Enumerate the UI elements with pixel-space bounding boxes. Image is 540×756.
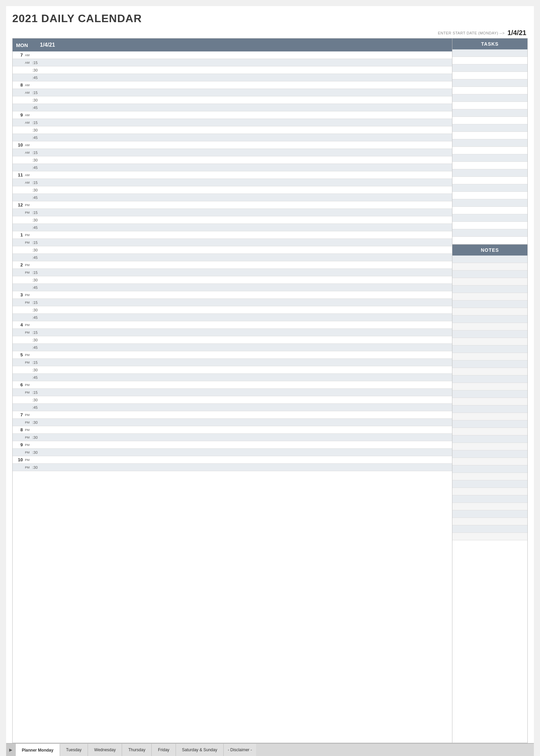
note-row[interactable] [452, 428, 527, 435]
note-row[interactable] [452, 368, 527, 375]
time-row[interactable]: :30 [13, 156, 452, 164]
event-area[interactable] [42, 59, 452, 66]
time-row[interactable]: PM:15 [13, 329, 452, 336]
note-row[interactable] [452, 390, 527, 398]
time-row[interactable]: AM:15 [13, 59, 452, 66]
event-area[interactable] [42, 344, 452, 351]
note-row[interactable] [452, 330, 527, 338]
note-row[interactable] [452, 510, 527, 518]
note-row[interactable] [452, 533, 527, 540]
task-row[interactable] [452, 94, 527, 102]
time-row[interactable]: PM:30 [13, 449, 452, 456]
note-row[interactable] [452, 398, 527, 405]
event-area[interactable] [42, 104, 452, 111]
event-area[interactable] [42, 224, 452, 231]
event-area[interactable] [42, 314, 452, 321]
time-row[interactable]: 10PM [13, 456, 452, 464]
time-row[interactable]: :45 [13, 314, 452, 321]
tab-planner-monday[interactable]: Planner Monday [16, 744, 60, 756]
time-row[interactable]: 11AM [13, 171, 452, 179]
event-area[interactable] [42, 464, 452, 471]
event-area[interactable] [42, 381, 452, 388]
time-row[interactable]: AM:15 [13, 149, 452, 156]
time-row[interactable]: :45 [13, 194, 452, 201]
event-area[interactable] [42, 261, 452, 268]
event-area[interactable] [42, 359, 452, 366]
note-row[interactable] [452, 286, 527, 293]
note-row[interactable] [452, 353, 527, 360]
event-area[interactable] [42, 389, 452, 396]
event-area[interactable] [42, 426, 452, 433]
time-row[interactable]: :30 [13, 276, 452, 284]
task-row[interactable] [452, 124, 527, 132]
task-row[interactable] [452, 229, 527, 237]
event-area[interactable] [42, 194, 452, 201]
time-row[interactable]: 12PM [13, 201, 452, 209]
note-row[interactable] [452, 256, 527, 263]
start-date-value[interactable]: 1/4/21 [507, 29, 526, 37]
event-area[interactable] [42, 51, 452, 59]
event-area[interactable] [42, 366, 452, 373]
note-row[interactable] [452, 293, 527, 300]
time-row[interactable]: :30 [13, 96, 452, 104]
time-row[interactable]: 8PM [13, 426, 452, 434]
time-row[interactable]: 10AM [13, 141, 452, 149]
event-area[interactable] [42, 276, 452, 283]
note-row[interactable] [452, 271, 527, 278]
tab-wednesday[interactable]: Wednesday [88, 744, 122, 756]
event-area[interactable] [42, 269, 452, 276]
note-row[interactable] [452, 338, 527, 345]
event-area[interactable] [42, 404, 452, 411]
time-row[interactable]: 9AM [13, 111, 452, 119]
note-row[interactable] [452, 360, 527, 368]
time-row[interactable]: PM:15 [13, 209, 452, 216]
note-row[interactable] [452, 458, 527, 465]
time-row[interactable]: :30 [13, 216, 452, 224]
note-row[interactable] [452, 465, 527, 473]
event-area[interactable] [42, 74, 452, 81]
event-area[interactable] [42, 89, 452, 96]
note-row[interactable] [452, 263, 527, 271]
time-row[interactable]: PM:15 [13, 269, 452, 276]
note-row[interactable] [452, 420, 527, 428]
time-row[interactable]: 1PM [13, 231, 452, 239]
time-row[interactable]: 6PM [13, 381, 452, 389]
tab-tuesday[interactable]: Tuesday [60, 744, 88, 756]
time-row[interactable]: 7AM [13, 51, 452, 59]
time-row[interactable]: 8AM [13, 81, 452, 89]
task-row[interactable] [452, 192, 527, 199]
task-row[interactable] [452, 214, 527, 222]
task-row[interactable] [452, 184, 527, 192]
event-area[interactable] [42, 111, 452, 119]
time-row[interactable]: :45 [13, 164, 452, 171]
note-row[interactable] [452, 435, 527, 443]
event-area[interactable] [42, 134, 452, 141]
time-row[interactable]: :45 [13, 404, 452, 411]
event-area[interactable] [42, 336, 452, 343]
note-row[interactable] [452, 278, 527, 286]
tab-saturday--sunday[interactable]: Saturday & Sunday [176, 744, 224, 756]
note-row[interactable] [452, 488, 527, 495]
note-row[interactable] [452, 315, 527, 323]
time-row[interactable]: AM:15 [13, 89, 452, 96]
task-row[interactable] [452, 169, 527, 177]
note-row[interactable] [452, 495, 527, 503]
time-row[interactable]: 9PM [13, 441, 452, 449]
tab---disclaimer--[interactable]: - Disclaimer - [224, 744, 256, 756]
note-row[interactable] [452, 473, 527, 480]
time-row[interactable]: :30 [13, 336, 452, 344]
event-area[interactable] [42, 171, 452, 179]
task-row[interactable] [452, 72, 527, 79]
note-row[interactable] [452, 405, 527, 413]
tab-friday[interactable]: Friday [152, 744, 176, 756]
note-row[interactable] [452, 503, 527, 510]
task-row[interactable] [452, 117, 527, 124]
event-area[interactable] [42, 299, 452, 306]
task-row[interactable] [452, 49, 527, 57]
tab-arrow[interactable]: ▶ [6, 744, 16, 756]
task-row[interactable] [452, 154, 527, 162]
time-row[interactable]: :30 [13, 66, 452, 74]
time-row[interactable]: :30 [13, 396, 452, 404]
task-row[interactable] [452, 237, 527, 244]
time-row[interactable]: 2PM [13, 261, 452, 269]
